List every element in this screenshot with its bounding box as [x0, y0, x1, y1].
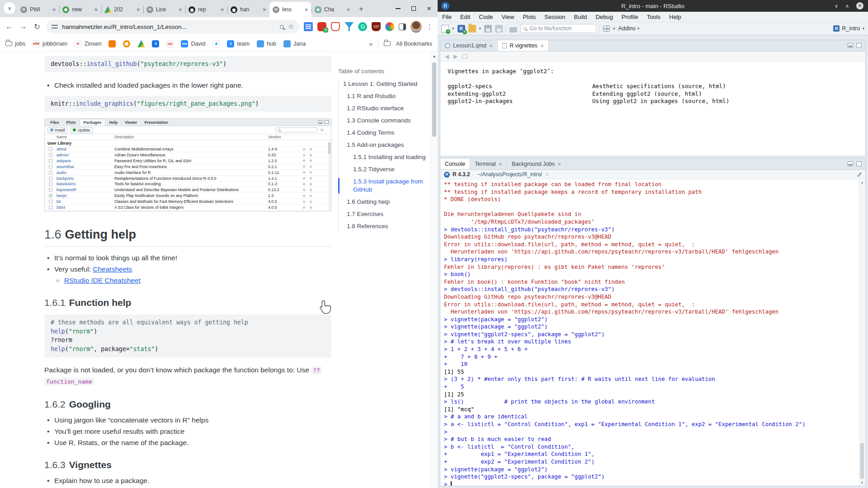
package-name-link[interactable]: bayestestR — [57, 188, 114, 192]
bookmark-item[interactable]: o)c — [166, 40, 174, 47]
clear-console-icon[interactable] — [859, 172, 862, 176]
minimize-icon[interactable] — [396, 8, 401, 9]
install-button[interactable]: Install — [47, 127, 67, 133]
addins-menu[interactable]: Addins▾ — [618, 25, 640, 32]
ghostery-extension-icon[interactable] — [331, 22, 340, 31]
grammarly-extension-icon[interactable]: G — [358, 22, 367, 31]
package-row[interactable]: bayestestR Understand and Describe Bayes… — [45, 187, 331, 193]
back-button[interactable]: ← — [5, 22, 14, 31]
save-all-icon[interactable] — [495, 25, 503, 33]
bookmark-star-icon[interactable]: ☆ — [288, 23, 294, 31]
bookmark-item[interactable] — [108, 40, 116, 47]
package-name-link[interactable]: abind — [57, 147, 114, 151]
forward-button[interactable]: → — [19, 22, 28, 31]
close-icon[interactable]: ✕ — [427, 5, 431, 12]
package-row-icons[interactable]: ⊕ ⊗ — [302, 206, 314, 210]
cheatsheets-link[interactable]: Cheatsheets — [93, 265, 132, 273]
maximize-pane-icon[interactable] — [856, 43, 862, 48]
package-row-icons[interactable]: ⊕ ⊗ — [302, 211, 314, 211]
screenshot-tab-files[interactable]: Files — [47, 119, 63, 126]
toc-item[interactable]: 1.5.1 Installing and loading — [339, 153, 431, 161]
screenshot-scrollbar[interactable] — [328, 141, 331, 211]
column-version[interactable]: Version — [268, 135, 302, 139]
browser-tab[interactable]: rep ✕ — [185, 2, 227, 17]
package-checkbox[interactable] — [49, 153, 52, 157]
package-name-link[interactable]: audio — [57, 170, 114, 175]
zoom-icon[interactable] — [280, 25, 284, 29]
open-file-icon[interactable] — [468, 25, 476, 33]
pane-tab[interactable]: R vignettes ✕ — [498, 40, 549, 51]
tab-close-icon[interactable]: ✕ — [221, 7, 224, 12]
close-icon[interactable]: ✕ — [856, 2, 863, 9]
menu-debug[interactable]: Debug — [595, 14, 613, 20]
package-checkbox[interactable] — [49, 165, 52, 169]
bookmark-item[interactable]: hub — [257, 40, 276, 47]
scroll-up-icon[interactable]: ▲ — [859, 181, 865, 184]
package-row-icons[interactable]: ⊕ ⊗ — [302, 188, 314, 192]
package-row-icons[interactable]: ⊕ ⊗ — [302, 194, 314, 198]
menu-profile[interactable]: Profile — [622, 14, 638, 20]
menu-edit[interactable]: Edit — [460, 14, 470, 20]
vignette-description[interactable]: Aesthetic specifications (source, html) — [592, 83, 726, 90]
toc-item[interactable]: 1 Lesson 1: Getting Started — [339, 80, 431, 88]
tab-close-icon[interactable]: ✕ — [489, 43, 493, 48]
open-directory-icon[interactable]: ↗ — [545, 172, 548, 177]
tab-close-icon[interactable]: ✕ — [499, 162, 502, 167]
column-description[interactable]: Description — [114, 135, 268, 139]
package-row[interactable]: askpass Password Entry Utilities for R, … — [45, 158, 331, 164]
bookmark-item[interactable]: zm David — [181, 40, 205, 47]
package-checkbox[interactable] — [49, 188, 52, 192]
screenshot-tab-presentation[interactable]: Presentation — [141, 119, 171, 126]
maximize-icon[interactable] — [411, 6, 416, 11]
chevron-down-icon[interactable]: ▾ — [479, 26, 481, 31]
package-name-link[interactable]: bit64 — [57, 205, 114, 210]
new-project-icon[interactable]: R — [458, 25, 465, 33]
package-name-link[interactable]: admisc — [57, 153, 114, 157]
toc-item[interactable]: 1.1 R and Rstudio — [339, 92, 431, 100]
package-row[interactable]: bit64 A S3 Class for Vectors of 64bit In… — [45, 205, 331, 211]
pane-tab[interactable]: Lesson1.qmd ✕ — [440, 40, 498, 51]
package-row-icons[interactable]: ⊕ ⊗ — [302, 200, 314, 204]
console-scrollbar[interactable]: ▲ ▼ — [859, 180, 865, 485]
working-directory[interactable]: ~/AnalysisProjects/R_intro/ — [477, 171, 542, 178]
tab-close-icon[interactable]: ✕ — [263, 7, 266, 12]
package-row-icons[interactable]: ⊕ ⊗ — [302, 176, 314, 180]
package-name-link[interactable]: bit — [57, 199, 114, 204]
toc-item[interactable]: 1.5 Add-on packages — [339, 141, 431, 149]
open-in-new-window-icon[interactable] — [462, 54, 467, 59]
bookmarks-overflow-button[interactable]: » — [369, 40, 373, 47]
package-row[interactable]: abind Combine Multidimensional Arrays 1.… — [45, 146, 331, 152]
toc-item[interactable]: 1.2 RStudio interface — [339, 104, 431, 113]
back-icon[interactable]: ◀ — [445, 53, 449, 60]
package-row-icons[interactable]: ⊕ ⊗ — [302, 182, 314, 186]
goto-file-function-input[interactable]: Go to file/function — [520, 24, 596, 33]
menu-plots[interactable]: Plots — [523, 14, 536, 20]
bookmark-item[interactable]: Z team — [227, 40, 250, 47]
bookmark-item[interactable]: Jana — [283, 40, 306, 47]
toc-item[interactable]: 1.5.2 Tidyverse — [339, 165, 431, 174]
filter-extension-icon[interactable] — [344, 22, 354, 31]
package-checkbox[interactable] — [49, 200, 52, 203]
screenshot-tab-packages[interactable]: Packages — [80, 119, 106, 126]
address-bar[interactable]: hannahmetzler.eu/R_intro/Lesson_1/Lesson… — [46, 20, 299, 33]
new-tab-button[interactable]: + — [355, 3, 367, 15]
bookmark-item[interactable]: ◆ — [212, 40, 220, 47]
bookmark-item[interactable] — [123, 40, 130, 47]
tab-close-icon[interactable]: ✕ — [52, 7, 56, 12]
pane-tab[interactable]: Console — [440, 159, 470, 169]
bookmark-item[interactable]: UNI jobbörsen — [33, 40, 67, 47]
chevron-down-icon[interactable]: ▾ — [613, 26, 615, 31]
forward-icon[interactable]: ▶ — [453, 53, 458, 60]
column-name[interactable]: Name — [57, 135, 114, 139]
browser-tab[interactable]: han ✕ — [227, 2, 269, 17]
package-checkbox[interactable] — [49, 159, 52, 163]
package-row-icons[interactable]: ⊕ ⊗ — [302, 164, 314, 169]
browser-tab[interactable]: less ✕ — [269, 2, 311, 17]
bookmark-item[interactable]: jobs — [5, 41, 25, 47]
tab-close-icon[interactable]: ✕ — [94, 7, 98, 12]
package-row[interactable]: ✓ beepr Easily Play Notification Sounds … — [45, 193, 331, 199]
menu-session[interactable]: Session — [544, 14, 565, 20]
scrollbar-thumb[interactable] — [860, 443, 864, 479]
rstudio-ide-cheatsheet-link[interactable]: RStudio IDE Cheatsheet — [64, 277, 141, 284]
scroll-down-icon[interactable]: ▼ — [859, 481, 865, 484]
